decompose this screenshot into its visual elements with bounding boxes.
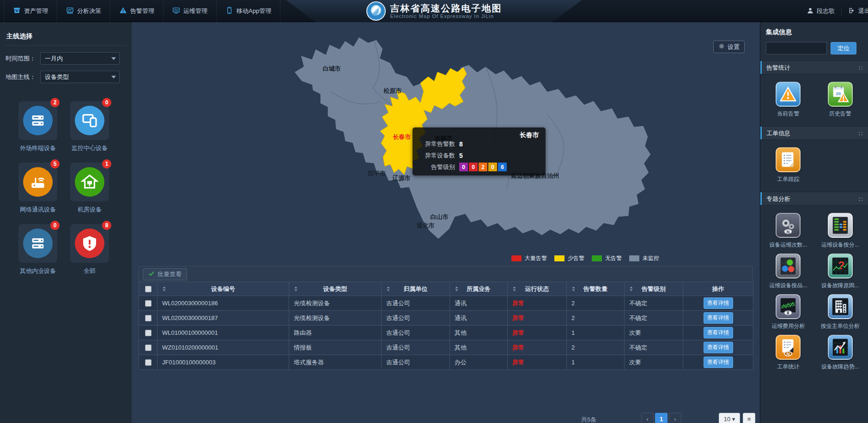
table-row[interactable]: WL01000100000001路由器吉通公司其他异常1次要查看详情 bbox=[139, 326, 753, 340]
table-row[interactable]: WL02000300000187光缆检测设备吉通公司通讯异常2不确定查看详情 bbox=[139, 311, 753, 326]
home-icon bbox=[75, 167, 104, 197]
next-page-button[interactable]: › bbox=[669, 413, 681, 423]
page-size-select[interactable]: 10 ▾ bbox=[719, 413, 740, 423]
locate-search-input[interactable] bbox=[766, 42, 827, 54]
device-type-item[interactable]: 0其他内业设备 bbox=[16, 224, 60, 275]
cell-org: 吉通公司 bbox=[382, 311, 450, 326]
map-mainline-select[interactable]: 设备类型 bbox=[40, 71, 120, 83]
nav-item-3[interactable]: 告警管理 bbox=[110, 0, 164, 22]
sort-icon[interactable] bbox=[385, 285, 392, 292]
cell-device-type: 光缆检测设备 bbox=[289, 296, 382, 311]
nav-item-5[interactable]: 移动App管理 bbox=[217, 0, 280, 22]
shortcut-item[interactable]: N设备运维次数... bbox=[762, 213, 814, 249]
shortcut-label: 设备运维次数... bbox=[762, 241, 814, 249]
column-header-6[interactable]: 告警数量 bbox=[567, 282, 625, 296]
view-detail-button[interactable]: 查看详情 bbox=[704, 297, 733, 309]
map-settings-button[interactable]: 设置 bbox=[713, 41, 745, 53]
gears-tile-icon: N bbox=[776, 213, 801, 238]
table-row[interactable]: WL02000300000186光缆检测设备吉通公司通讯异常2不确定查看详情 bbox=[139, 296, 753, 311]
drag-handle-icon[interactable]: :: bbox=[858, 127, 863, 140]
row-checkbox[interactable] bbox=[145, 330, 152, 336]
device-type-item[interactable]: 0监控中心设备 bbox=[67, 101, 112, 152]
integration-panel-title: 集成信息 bbox=[760, 22, 868, 41]
logout-button[interactable]: 退出 bbox=[841, 7, 868, 16]
sort-icon[interactable] bbox=[628, 285, 635, 292]
sort-icon[interactable] bbox=[453, 285, 460, 292]
shortcut-item[interactable]: N工单统计 bbox=[762, 335, 814, 371]
column-header-1[interactable]: 设备编号 bbox=[158, 282, 289, 296]
device-type-label: 监控中心设备 bbox=[67, 144, 112, 152]
pagination: 共5条 ‹ 1 › 10 ▾ ≡ bbox=[139, 413, 753, 423]
shortcut-item[interactable]: 设备故障趋势... bbox=[814, 335, 867, 371]
sort-icon[interactable] bbox=[292, 285, 299, 292]
sort-icon[interactable] bbox=[161, 285, 168, 292]
filter-label: 地图主线： bbox=[6, 73, 40, 81]
device-type-item[interactable]: 2外场终端设备 bbox=[16, 101, 60, 152]
prev-page-button[interactable]: ‹ bbox=[641, 413, 654, 423]
device-type-item[interactable]: 8全部 bbox=[67, 224, 112, 275]
shortcut-item[interactable]: 运维设备按分... bbox=[814, 213, 867, 249]
row-checkbox[interactable] bbox=[145, 359, 152, 366]
archive-icon bbox=[13, 6, 21, 16]
city-label: 白山市 bbox=[431, 213, 449, 221]
shortcut-item[interactable]: ?设备故障原因... bbox=[814, 254, 867, 290]
history-alarm-tile-icon: 20 bbox=[828, 82, 853, 107]
app-root: 资产管理分析决策告警管理运维管理移动App管理 吉林省高速公路电子地图 Elec… bbox=[0, 0, 868, 423]
view-detail-button[interactable]: 查看详情 bbox=[704, 327, 733, 338]
table-row[interactable]: JF01000100000003塔式服务器吉通公司办公异常1次要查看详情 bbox=[139, 355, 753, 370]
shortcut-item[interactable]: ¥运维费用分析 bbox=[762, 294, 814, 330]
batch-view-button[interactable]: 批量查看 bbox=[143, 268, 187, 280]
pagination-total: 共5条 bbox=[581, 416, 596, 423]
device-type-item[interactable]: 1机房设备 bbox=[67, 163, 112, 214]
time-range-select[interactable]: 一月内 bbox=[40, 52, 120, 65]
alarm-level-box: 0 bbox=[488, 163, 497, 171]
sort-icon[interactable] bbox=[570, 285, 577, 292]
user-menu[interactable]: 段志歌 bbox=[800, 7, 841, 16]
shortcut-item[interactable]: 运维设备按品... bbox=[762, 254, 814, 290]
nav-item-label: 告警管理 bbox=[130, 7, 154, 15]
columns-toggle-button[interactable]: ≡ bbox=[743, 413, 755, 423]
view-detail-button[interactable]: 查看详情 bbox=[704, 357, 733, 368]
device-type-item[interactable]: 5网络通讯设备 bbox=[16, 163, 60, 214]
city-label: 四平市 bbox=[368, 169, 386, 178]
view-detail-button[interactable]: 查看详情 bbox=[704, 342, 733, 353]
column-header-5[interactable]: 运行状态 bbox=[508, 282, 567, 296]
nav-item-1[interactable]: 资产管理 bbox=[4, 0, 57, 22]
view-detail-button[interactable]: 查看详情 bbox=[704, 312, 733, 324]
tooltip-city-title: 长春市 bbox=[520, 131, 539, 139]
page-1-button[interactable]: 1 bbox=[655, 413, 668, 423]
locate-button[interactable]: 定位 bbox=[831, 42, 856, 54]
nav-item-2[interactable]: 分析决策 bbox=[57, 0, 110, 22]
shortcut-item[interactable]: 按业主单位分析 bbox=[814, 294, 867, 330]
server-icon bbox=[23, 106, 53, 135]
column-header-7[interactable]: 告警级别 bbox=[625, 282, 683, 296]
shortcut-label: 设备故障趋势... bbox=[814, 363, 867, 371]
table-row[interactable]: WZ01010200000001情报板吉通公司其他异常2不确定查看详情 bbox=[139, 340, 753, 355]
cell-business: 通讯 bbox=[450, 311, 508, 326]
shortcut-item[interactable]: 工单跟踪 bbox=[762, 147, 814, 183]
row-checkbox[interactable] bbox=[145, 315, 152, 321]
select-all-checkbox[interactable] bbox=[145, 286, 152, 292]
cell-business: 其他 bbox=[450, 340, 508, 355]
legend-label: 大量告警 bbox=[525, 254, 547, 262]
column-header-4[interactable]: 所属业务 bbox=[450, 282, 508, 296]
shortcut-item[interactable]: 当前告警 bbox=[762, 82, 814, 118]
column-header-3[interactable]: 归属单位 bbox=[382, 282, 450, 296]
cell-alarm-level: 不确定 bbox=[625, 340, 683, 355]
sort-icon[interactable] bbox=[511, 285, 518, 292]
row-checkbox[interactable] bbox=[145, 344, 152, 351]
row-checkbox[interactable] bbox=[145, 300, 152, 307]
tooltip-row-value: 5 bbox=[459, 152, 463, 159]
legend-item: 未监控 bbox=[629, 254, 659, 262]
nav-item-label: 资产管理 bbox=[24, 7, 48, 15]
shortcut-item[interactable]: 20历史告警 bbox=[814, 82, 867, 118]
drag-handle-icon[interactable]: :: bbox=[858, 61, 863, 74]
column-header-2[interactable]: 设备类型 bbox=[289, 282, 382, 296]
section-header: 工单信息:: bbox=[760, 126, 868, 140]
drag-handle-icon[interactable]: :: bbox=[858, 192, 863, 205]
tooltip-level-label: 告警级别 bbox=[413, 163, 455, 171]
shortcut-label: 工单统计 bbox=[762, 363, 814, 371]
mainline-panel-title: 主线选择 bbox=[5, 28, 127, 46]
logout-label: 退出 bbox=[858, 7, 868, 15]
nav-item-4[interactable]: 运维管理 bbox=[164, 0, 217, 22]
